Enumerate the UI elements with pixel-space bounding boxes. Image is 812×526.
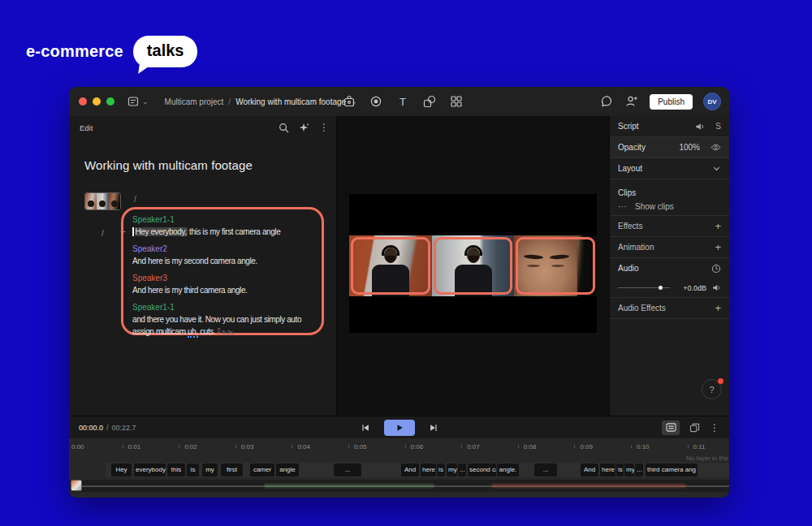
speaker-label[interactable]: Speaker1-1 [132, 303, 322, 312]
project-switcher[interactable]: ⌄ [127, 96, 149, 107]
video-canvas[interactable] [349, 194, 597, 333]
page-title[interactable]: Working with multicam footage [84, 158, 253, 172]
layout-row[interactable]: Layout [610, 158, 729, 179]
breadcrumb-project[interactable]: Multicam project [165, 97, 224, 106]
comments-icon[interactable] [599, 94, 614, 109]
word-block[interactable]: second ca [468, 463, 496, 476]
publish-button[interactable]: Publish [650, 94, 693, 110]
editor-topbar: Edit ⋮ [80, 122, 329, 133]
show-clips-label[interactable]: Show clips [635, 202, 674, 211]
audio-waveform-track[interactable] [69, 480, 729, 492]
effects-row[interactable]: Effects + [610, 216, 729, 236]
timeline[interactable]: 0:000:010:020:030:040:050:060:070:080:09… [69, 438, 729, 498]
transcript-line[interactable]: and there you have it. Now you can just … [132, 313, 322, 338]
multicam-clip-thumbnail[interactable] [84, 192, 121, 210]
volume-icon[interactable] [712, 283, 721, 292]
word-block[interactable]: my [202, 463, 218, 476]
script-editor-panel: Edit ⋮ Working with multicam foo [69, 116, 337, 416]
audio-row[interactable]: Audio [610, 258, 729, 278]
search-icon[interactable] [279, 123, 289, 133]
tracks-icon[interactable] [689, 423, 700, 433]
ruler-label: 0:00 [71, 443, 84, 451]
add-person-icon[interactable] [624, 94, 639, 109]
ai-sparkle-icon[interactable] [299, 123, 309, 133]
paragraph-marker: / [102, 229, 104, 238]
word-block[interactable]: angle. [497, 463, 519, 476]
camera-angle-2[interactable] [432, 235, 515, 296]
close-window-button[interactable] [79, 97, 87, 106]
media-library-icon[interactable] [342, 94, 356, 109]
zoom-window-button[interactable] [106, 97, 114, 106]
animation-row[interactable]: Animation + [610, 237, 729, 257]
shapes-icon[interactable] [422, 94, 437, 109]
play-button[interactable] [384, 420, 415, 436]
opacity-row[interactable]: Opacity 100% [610, 137, 729, 157]
word-block[interactable]: is [437, 463, 445, 476]
gain-slider[interactable] [618, 287, 670, 289]
word-block[interactable]: And [401, 463, 419, 476]
word-block[interactable]: ... [534, 463, 557, 476]
word-block[interactable]: angle [276, 463, 299, 476]
text-tool-icon[interactable]: T [395, 94, 410, 109]
word-block[interactable]: first [221, 463, 243, 476]
word-block[interactable]: ... [458, 463, 466, 476]
timer-icon[interactable] [711, 264, 721, 274]
transcript-line[interactable]: And here is my second camera angle. [132, 255, 322, 267]
sound-icon[interactable] [695, 122, 705, 132]
word-block[interactable]: third camera ang [646, 463, 698, 476]
word-block[interactable]: ... [334, 463, 361, 476]
timeline-view-button[interactable] [662, 420, 680, 435]
gain-value[interactable]: +0.0dB [683, 284, 706, 292]
audio-effects-row[interactable]: Audio Effects + [610, 298, 729, 318]
transcript-text[interactable]: this is my first camera angle [188, 227, 281, 236]
speaker-label[interactable]: Speaker1-1 [132, 215, 322, 224]
camera-angle-3[interactable] [514, 235, 597, 296]
transcript-text[interactable]: And here is my second camera angle. [132, 257, 257, 265]
opacity-value[interactable]: 100% [679, 143, 700, 152]
transcript-text[interactable]: And here is my third camera angle. [132, 286, 247, 295]
selected-words[interactable]: Hey everybody, [135, 227, 188, 236]
layout-grid-icon[interactable] [449, 94, 464, 109]
transcript-line[interactable]: Hey everybody, this is my first camera a… [132, 226, 322, 238]
word-block[interactable]: is [616, 463, 624, 476]
skip-back-icon[interactable] [361, 423, 370, 433]
plus-icon[interactable]: + [715, 241, 721, 253]
word-block[interactable]: this [167, 463, 185, 476]
show-clips-row[interactable]: ⋯ Show clips [610, 197, 729, 215]
gap-clip-indicator[interactable]: 5.2s [218, 329, 233, 336]
word-block[interactable]: is [187, 463, 199, 476]
kebab-menu-icon[interactable]: ⋮ [710, 422, 719, 433]
word-block[interactable]: here [600, 463, 615, 476]
word-block[interactable]: And [581, 463, 598, 476]
plus-icon[interactable]: + [715, 220, 721, 232]
word-block[interactable]: my [447, 463, 457, 476]
word-block[interactable]: here [421, 463, 436, 476]
skip-forward-icon[interactable] [429, 423, 438, 433]
audio-effects-label: Audio Effects [618, 304, 666, 313]
word-block[interactable]: Hey [111, 463, 132, 476]
filler-word[interactable]: uh, [188, 327, 198, 338]
ruler-label: 0:09 [580, 443, 593, 451]
camera-angle-1[interactable] [349, 235, 432, 296]
word-block[interactable]: camer [250, 463, 274, 476]
transcript-line[interactable]: And here is my third camera angle. [132, 284, 322, 296]
titlebar: ⌄ Multicam project / Working with multic… [69, 87, 729, 116]
plus-icon[interactable]: + [715, 302, 721, 314]
breadcrumb-document[interactable]: Working with multicam footage [235, 97, 346, 106]
word-block[interactable]: ... [635, 463, 643, 476]
transcript-text[interactable]: cuts. [198, 327, 216, 336]
speaker-label[interactable]: Speaker2 [132, 244, 322, 253]
minimize-window-button[interactable] [93, 97, 101, 106]
track-thumbnail-icon[interactable] [71, 480, 82, 491]
script-row[interactable]: Script S [610, 116, 729, 136]
word-block[interactable]: my [624, 463, 634, 476]
word-block[interactable]: everybody, [134, 463, 166, 476]
kebab-menu-icon[interactable]: ⋮ [319, 122, 329, 133]
record-icon[interactable] [369, 94, 383, 109]
camera-2-highlight-frame [434, 237, 513, 295]
speaker-label[interactable]: Speaker3 [132, 274, 322, 282]
tab-edit[interactable]: Edit [80, 123, 93, 132]
avatar[interactable]: DV [703, 93, 721, 110]
eye-icon[interactable] [710, 142, 721, 153]
gain-slider-handle[interactable] [659, 286, 663, 290]
